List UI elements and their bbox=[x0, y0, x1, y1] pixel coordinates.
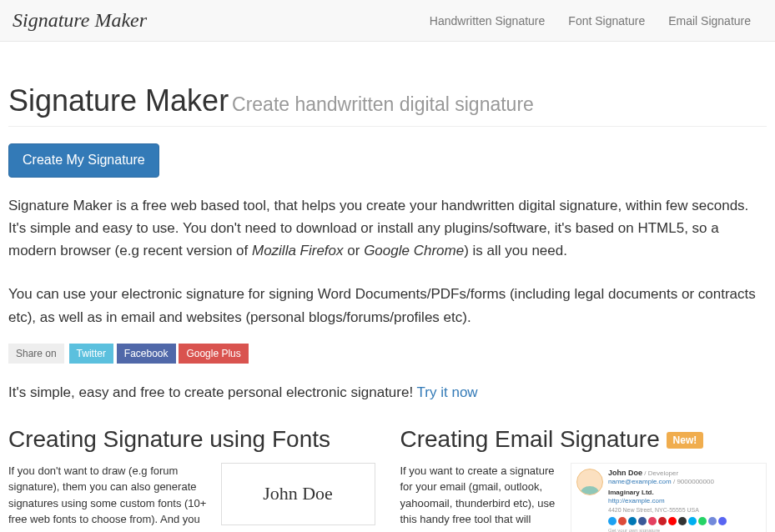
lead-firefox: Mozilla Firefox bbox=[252, 243, 344, 258]
brand-logo[interactable]: Signature Maker bbox=[13, 9, 147, 32]
share-label: Share on bbox=[8, 344, 64, 364]
page-title: Signature Maker bbox=[8, 83, 229, 118]
preview-site: http://example.com bbox=[608, 497, 665, 504]
fonts-column: Creating Signature using Fonts If you do… bbox=[8, 426, 375, 532]
email-name-row: John Doe / Developer bbox=[608, 469, 761, 479]
share-row: Share on Twitter Facebook Google Plus bbox=[8, 344, 767, 364]
social-icon bbox=[678, 517, 687, 525]
preview-company: Imaginary Ltd. bbox=[608, 489, 761, 497]
email-text: If you want to create a signature for yo… bbox=[400, 463, 561, 532]
avatar-icon bbox=[576, 469, 603, 495]
try-it-now-link[interactable]: Try it now bbox=[417, 384, 478, 400]
preview-address: 4420 New Street, NYC-55555 USA bbox=[608, 506, 761, 514]
share-facebook-button[interactable]: Facebook bbox=[117, 344, 176, 364]
social-icon bbox=[708, 517, 717, 525]
main-container: Signature Maker Create handwritten digit… bbox=[0, 42, 775, 532]
nav-link-handwritten[interactable]: Handwritten Signature bbox=[418, 2, 557, 40]
nav-link-font[interactable]: Font Signature bbox=[556, 2, 657, 40]
navbar: Signature Maker Handwritten Signature Fo… bbox=[0, 0, 775, 42]
lead-paragraph: Signature Maker is a free web based tool… bbox=[8, 194, 767, 263]
create-signature-button[interactable]: Create My Signature bbox=[8, 143, 159, 178]
preview-role: Developer bbox=[648, 469, 678, 477]
email-contact-row: name@example.com / 9000000000 bbox=[608, 478, 761, 486]
social-icon bbox=[718, 517, 727, 525]
nav-link-email[interactable]: Email Signature bbox=[657, 2, 762, 40]
fonts-body: If you don't want to draw (e.g forum sig… bbox=[8, 463, 375, 532]
tryit-text: It's simple, easy and free to create per… bbox=[8, 384, 417, 400]
email-body: If you want to create a signature for yo… bbox=[400, 463, 767, 532]
social-icon bbox=[698, 517, 707, 525]
page-header: Signature Maker Create handwritten digit… bbox=[8, 83, 767, 127]
social-icons-row bbox=[608, 517, 761, 525]
email-heading: Creating Email Signature New! bbox=[400, 426, 767, 453]
share-twitter-button[interactable]: Twitter bbox=[69, 344, 113, 364]
preview-phone: 9000000000 bbox=[677, 478, 714, 485]
fonts-heading: Creating Signature using Fonts bbox=[8, 426, 375, 453]
email-column: Creating Email Signature New! If you wan… bbox=[400, 426, 767, 532]
social-icon bbox=[658, 517, 667, 525]
email-heading-text: Creating Email Signature bbox=[400, 426, 660, 452]
columns: Creating Signature using Fonts If you do… bbox=[8, 426, 767, 532]
email-preview: John Doe / Developer name@example.com / … bbox=[571, 463, 767, 532]
social-icon bbox=[628, 517, 637, 525]
lead-text-mid: or bbox=[344, 243, 365, 258]
social-icon bbox=[648, 517, 657, 525]
fonts-text: If you don't want to draw (e.g forum sig… bbox=[8, 463, 211, 532]
page-subtitle: Create handwritten digital signature bbox=[232, 93, 534, 115]
preview-name: John Doe bbox=[608, 469, 642, 477]
body-paragraph: You can use your electronic signature fo… bbox=[8, 283, 767, 328]
preview-email: name@example.com bbox=[608, 478, 672, 485]
tryit-paragraph: It's simple, easy and free to create per… bbox=[8, 384, 767, 401]
social-icon bbox=[688, 517, 697, 525]
lead-chrome: Google Chrome bbox=[364, 243, 464, 258]
social-icon bbox=[618, 517, 627, 525]
email-info: John Doe / Developer name@example.com / … bbox=[608, 469, 761, 532]
lead-text-2: ) is all you need. bbox=[464, 243, 567, 258]
new-badge: New! bbox=[667, 432, 704, 449]
share-google-button[interactable]: Google Plus bbox=[179, 344, 248, 364]
social-icon bbox=[668, 517, 677, 525]
social-icon bbox=[608, 517, 616, 525]
social-icon bbox=[638, 517, 647, 525]
preview-tag: Get your own signature bbox=[608, 528, 761, 532]
nav-links: Handwritten Signature Font Signature Ema… bbox=[418, 2, 762, 40]
font-preview: John Doe bbox=[221, 463, 375, 525]
